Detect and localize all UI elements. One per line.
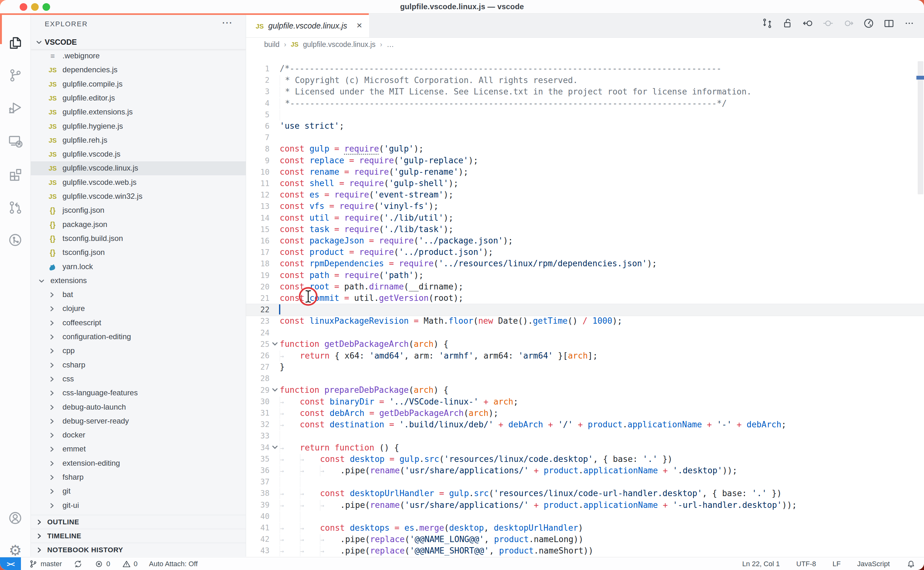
- status-item-0[interactable]: 0: [122, 559, 138, 569]
- line-number[interactable]: 17: [246, 248, 270, 257]
- folder-item-debug-auto-launch[interactable]: debug-auto-launch: [31, 400, 246, 414]
- code-line-34[interactable]: 34return function () {: [246, 442, 924, 454]
- line-number[interactable]: 36: [246, 466, 270, 475]
- folder-item-csharp[interactable]: csharp: [31, 358, 246, 372]
- breadcrumb-item[interactable]: …: [387, 40, 394, 49]
- code-line-30[interactable]: 30const binaryDir = '../VSCode-linux-' +…: [246, 396, 924, 408]
- fold-chevron-down-icon[interactable]: [271, 443, 279, 452]
- file-item-.webignore[interactable]: ≡.webignore: [31, 49, 246, 63]
- line-number[interactable]: 6: [246, 122, 270, 130]
- file-item-gulpfile.vscode.web.js[interactable]: JSgulpfile.vscode.web.js: [31, 176, 246, 190]
- file-item-gulpfile.reh.js[interactable]: JSgulpfile.reh.js: [31, 133, 246, 147]
- line-number[interactable]: 29: [246, 386, 270, 395]
- line-number[interactable]: 4: [246, 99, 270, 108]
- close-tab-icon[interactable]: ×: [356, 20, 362, 31]
- line-number[interactable]: 9: [246, 156, 270, 165]
- code-line-18[interactable]: 18const rpmDependencies = require('../re…: [246, 258, 924, 270]
- activity-bar-item-extensions[interactable]: [0, 159, 31, 188]
- line-number[interactable]: 14: [246, 214, 270, 222]
- code-line-4[interactable]: 4 *-------------------------------------…: [246, 98, 924, 109]
- line-number[interactable]: 26: [246, 351, 270, 360]
- folder-item-debug-server-ready[interactable]: debug-server-ready: [31, 414, 246, 428]
- code-line-20[interactable]: 20const root = path.dirname(__dirname);: [246, 281, 924, 293]
- unlock-icon[interactable]: [781, 17, 793, 29]
- sidebar-panel-notebook-history[interactable]: NOTEBOOK HISTORY: [31, 543, 246, 557]
- line-number[interactable]: 41: [246, 523, 270, 532]
- status-item-0[interactable]: 0: [94, 559, 110, 569]
- folder-item-extension-editing[interactable]: extension-editing: [31, 457, 246, 470]
- code-line-31[interactable]: 31const debArch = getDebPackageArch(arch…: [246, 408, 924, 419]
- line-number[interactable]: 16: [246, 236, 270, 245]
- folder-item-css[interactable]: css: [31, 372, 246, 386]
- code-editor[interactable]: 1/*-------------------------------------…: [246, 49, 924, 557]
- code-line-19[interactable]: 19const path = require('path');: [246, 270, 924, 282]
- history-icon[interactable]: [863, 17, 875, 29]
- code-line-28[interactable]: 28: [246, 373, 924, 385]
- breadcrumb-item[interactable]: gulpfile.vscode.linux.js: [303, 40, 375, 49]
- folder-item-git[interactable]: git: [31, 484, 246, 498]
- file-item-gulpfile.extensions.js[interactable]: JSgulpfile.extensions.js: [31, 105, 246, 119]
- activity-bar-item-source-control[interactable]: [0, 61, 31, 90]
- file-item-yarn.lock[interactable]: yarn.lock: [31, 260, 246, 274]
- line-number[interactable]: 27: [246, 363, 270, 372]
- sidebar-panel-timeline[interactable]: TIMELINE: [31, 529, 246, 543]
- file-item-gulpfile.hygiene.js[interactable]: JSgulpfile.hygiene.js: [31, 120, 246, 133]
- code-line-24[interactable]: 24: [246, 327, 924, 339]
- code-line-32[interactable]: 32const destination = '.build/linux/deb/…: [246, 419, 924, 431]
- folder-item-css-language-features[interactable]: css-language-features: [31, 386, 246, 400]
- split-editor-icon[interactable]: [883, 17, 895, 29]
- code-line-6[interactable]: 6'use strict';: [246, 121, 924, 132]
- code-line-22[interactable]: 22: [246, 304, 924, 316]
- code-line-43[interactable]: 43.pipe(replace('@@NAME_SHORT@@', produc…: [246, 545, 924, 557]
- code-line-11[interactable]: 11const shell = require('gulp-shell');: [246, 178, 924, 190]
- activity-bar-item-files[interactable]: [0, 29, 31, 58]
- code-line-40[interactable]: 40: [246, 511, 924, 522]
- fold-chevron-down-icon[interactable]: [271, 386, 279, 395]
- line-number[interactable]: 18: [246, 259, 270, 268]
- status-item-utf-8[interactable]: UTF-8: [796, 560, 816, 568]
- line-number[interactable]: 11: [246, 179, 270, 188]
- line-number[interactable]: 21: [246, 294, 270, 303]
- code-line-17[interactable]: 17const product = require('../product.js…: [246, 247, 924, 258]
- line-number[interactable]: 42: [246, 535, 270, 544]
- code-line-38[interactable]: 38const desktopUrlHandler = gulp.src('re…: [246, 487, 924, 499]
- line-number[interactable]: 5: [246, 110, 270, 119]
- status-item-auto-attach-off[interactable]: Auto Attach: Off: [149, 560, 198, 568]
- scrollbar-thumb[interactable]: [918, 61, 923, 194]
- code-line-5[interactable]: 5: [246, 109, 924, 121]
- activity-bar-item-commit-graph[interactable]: [0, 225, 31, 254]
- line-number[interactable]: 34: [246, 443, 270, 452]
- line-number[interactable]: 10: [246, 168, 270, 176]
- fold-chevron-down-icon[interactable]: [271, 340, 279, 349]
- line-number[interactable]: 20: [246, 282, 270, 291]
- line-number[interactable]: 15: [246, 225, 270, 234]
- more-actions-icon[interactable]: [903, 17, 915, 29]
- file-item-tsconfig.json[interactable]: {}tsconfig.json: [31, 246, 246, 260]
- code-line-9[interactable]: 9const replace = require('gulp-replace')…: [246, 155, 924, 167]
- folder-item-emmet[interactable]: emmet: [31, 442, 246, 456]
- file-item-gulpfile.editor.js[interactable]: JSgulpfile.editor.js: [31, 91, 246, 105]
- line-number[interactable]: 37: [246, 477, 270, 486]
- folder-item-clojure[interactable]: clojure: [31, 302, 246, 316]
- code-line-8[interactable]: 8const gulp = require('gulp');: [246, 143, 924, 155]
- folder-item-docker[interactable]: docker: [31, 428, 246, 442]
- code-line-2[interactable]: 2 * Copyright (c) Microsoft Corporation.…: [246, 75, 924, 86]
- code-line-25[interactable]: 25function getDebPackageArch(arch) {: [246, 339, 924, 350]
- line-number[interactable]: 3: [246, 87, 270, 96]
- explorer-more-actions-icon[interactable]: ⋯: [222, 16, 233, 29]
- tab-gulpfile-vscode-linux-js[interactable]: JS gulpfile.vscode.linux.js ×: [246, 15, 369, 37]
- file-item-gulpfile.vscode.linux.js[interactable]: JSgulpfile.vscode.linux.js: [31, 161, 246, 175]
- folder-item-coffeescript[interactable]: coffeescript: [31, 316, 246, 330]
- file-item-jsconfig.json[interactable]: {}jsconfig.json: [31, 204, 246, 218]
- file-item-package.json[interactable]: {}package.json: [31, 218, 246, 232]
- code-line-39[interactable]: 39.pipe(rename('usr/share/applications/'…: [246, 499, 924, 511]
- line-number[interactable]: 28: [246, 374, 270, 383]
- file-item-gulpfile.vscode.js[interactable]: JSgulpfile.vscode.js: [31, 147, 246, 161]
- code-line-29[interactable]: 29function prepareDebPackage(arch) {: [246, 385, 924, 396]
- status-item-bell-icon[interactable]: [906, 559, 916, 569]
- code-line-36[interactable]: 36.pipe(rename('usr/share/applications/'…: [246, 465, 924, 477]
- open-changes-icon[interactable]: [762, 17, 773, 29]
- line-number[interactable]: 24: [246, 328, 270, 337]
- line-number[interactable]: 30: [246, 397, 270, 406]
- file-item-tsconfig.build.json[interactable]: {}tsconfig.build.json: [31, 232, 246, 246]
